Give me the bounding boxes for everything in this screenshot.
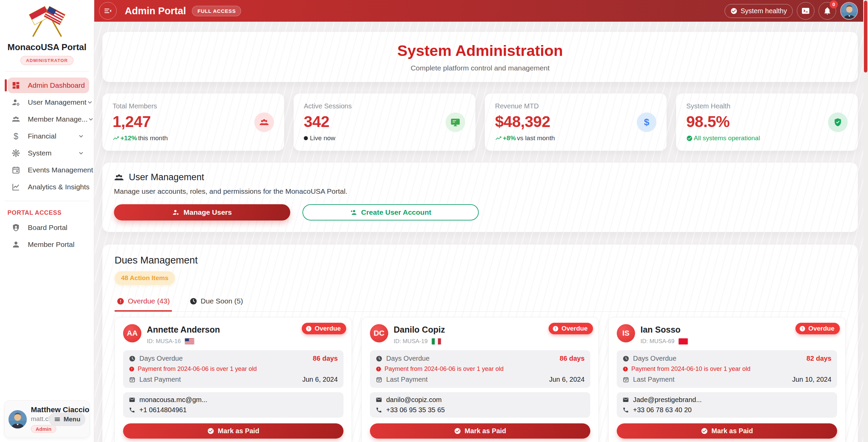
sidebar-collapse-button[interactable]	[99, 2, 117, 20]
divider	[5, 201, 89, 201]
us-flag-icon	[185, 338, 194, 344]
stat-card-system-health: System Health 98.5% All systems operatio…	[676, 93, 858, 151]
member-card: Overdue AA Annette Anderson ID: MUSA-16	[115, 317, 352, 442]
dashboard-icon	[12, 81, 20, 90]
calendar-icon	[12, 166, 20, 174]
avatar: IS	[617, 324, 635, 342]
stat-value: 1,247	[113, 112, 274, 131]
top-header: Admin Portal FULL ACCESS System healthy …	[94, 0, 868, 22]
dues-info-box: Days Overdue 82 days Payment from 2024-0…	[617, 350, 837, 388]
admin-badge: Admin	[31, 425, 56, 433]
monaco-flag-icon	[678, 338, 688, 344]
tab-overdue[interactable]: Overdue (43)	[115, 295, 172, 312]
mail-icon	[376, 397, 382, 403]
main-content: System Administration Complete platform …	[94, 22, 863, 442]
user-name: Matthew Ciaccio	[31, 405, 49, 414]
hero-banner: System Administration Complete platform …	[102, 32, 858, 82]
tab-due-soon[interactable]: Due Soon (5)	[188, 295, 245, 312]
dues-info-box: Days Overdue 86 days Payment from 2024-0…	[370, 350, 590, 388]
last-payment-value: Jun 6, 2024	[549, 376, 585, 383]
stat-change-suffix: this month	[138, 134, 168, 142]
trend-up-icon	[113, 135, 119, 142]
vertical-scrollbar	[863, 0, 868, 442]
sidebar-item-financial[interactable]: $ Financial	[7, 128, 89, 144]
stat-label: System Health	[686, 102, 848, 110]
trend-up-icon	[495, 135, 502, 142]
days-overdue-label: Days Overdue	[633, 355, 676, 362]
sidebar: MonacoUSA Portal ADMINISTRATOR Admin Das…	[0, 0, 94, 442]
chevron-down-icon	[78, 150, 84, 156]
member-card: Overdue DC Danilo Copiz ID: MUSA-19	[361, 317, 599, 442]
shield-person-icon	[12, 223, 20, 232]
mail-icon	[129, 397, 135, 403]
stat-value: 98.5%	[686, 112, 848, 131]
last-payment-value: Jun 10, 2024	[792, 376, 831, 383]
member-email: Jade@prestigebrand...	[633, 396, 702, 404]
user-gear-icon	[172, 209, 180, 216]
user-management-description: Manage user accounts, roles, and permiss…	[114, 187, 846, 195]
mark-as-paid-button[interactable]: Mark as Paid	[617, 423, 837, 439]
tab-overdue-label: Overdue (43)	[128, 297, 170, 305]
check-circle-icon	[730, 7, 737, 15]
menu-button-label: Menu	[63, 416, 80, 423]
header-avatar[interactable]	[840, 2, 858, 20]
stats-row: Total Members 1,247 +12% this month Acti…	[102, 93, 858, 151]
sidebar-item-user-management[interactable]: User Management	[7, 94, 89, 110]
mark-as-paid-button[interactable]: Mark as Paid	[123, 423, 343, 439]
create-user-account-button[interactable]: Create User Account	[302, 204, 479, 220]
sidebar-item-board-portal[interactable]: Board Portal	[7, 220, 89, 235]
member-card-grid: Overdue AA Annette Anderson ID: MUSA-16	[115, 317, 846, 442]
sidebar-item-label: Member Manage...	[28, 115, 87, 123]
dollar-icon: $	[637, 112, 656, 132]
last-payment-label: Last Payment	[386, 376, 428, 383]
system-health-chip[interactable]: System healthy	[725, 4, 793, 18]
dues-title: Dues Management	[115, 255, 846, 266]
mark-as-paid-button[interactable]: Mark as Paid	[370, 423, 590, 439]
live-dot	[304, 136, 308, 140]
stat-card-total-members: Total Members 1,247 +12% this month	[102, 93, 284, 151]
create-user-account-label: Create User Account	[361, 208, 431, 216]
member-id: ID: MUSA-16	[147, 338, 181, 345]
person-add-icon	[350, 209, 357, 216]
sidebar-item-analytics[interactable]: Analytics & Insights	[7, 179, 89, 195]
sidebar-item-label: Analytics & Insights	[28, 183, 90, 191]
stat-value: $48,392	[495, 112, 656, 131]
terminal-button[interactable]	[797, 2, 814, 20]
error-icon	[552, 325, 559, 332]
sidebar-item-admin-dashboard[interactable]: Admin Dashboard	[7, 78, 89, 93]
sidebar-item-events-management[interactable]: Events Management	[7, 162, 89, 178]
sidebar-item-member-management[interactable]: Member Manage...	[7, 111, 89, 127]
sidebar-item-label: Financial	[28, 132, 56, 140]
sidebar-item-system[interactable]: System	[7, 145, 89, 161]
portal-access-label: PORTAL ACCESS	[7, 209, 94, 216]
stat-change-suffix: Live now	[310, 134, 335, 142]
clock-icon	[376, 355, 382, 362]
check-circle-icon	[686, 135, 693, 142]
sidebar-item-label: Member Portal	[28, 240, 75, 249]
monitor-icon	[446, 112, 465, 132]
sidebar-item-member-portal[interactable]: Member Portal	[7, 237, 89, 252]
terminal-icon	[801, 6, 810, 15]
user-management-title: User Management	[129, 172, 204, 183]
stat-change: +8%	[503, 134, 516, 142]
crossed-flags-logo	[25, 5, 69, 39]
stat-label: Revenue MTD	[495, 102, 656, 110]
sidebar-item-label: System	[28, 149, 52, 157]
clock-icon	[623, 355, 629, 362]
divider	[5, 71, 89, 71]
dues-tabs: Overdue (43) Due Soon (5)	[115, 295, 846, 312]
user-menu-button[interactable]: Menu	[49, 413, 85, 426]
member-card: Overdue IS Ian Sosso ID: MUSA-69	[608, 317, 846, 442]
people-icon	[254, 112, 274, 132]
payment-warning: Payment from 2024-06-06 is over 1 year o…	[384, 365, 504, 373]
scrollbar-thumb[interactable]	[864, 1, 867, 72]
manage-users-button[interactable]: Manage Users	[114, 204, 290, 220]
hamburger-icon	[54, 416, 61, 423]
gear-icon	[12, 149, 20, 157]
payment-warning: Payment from 2024-06-06 is over 1 year o…	[138, 365, 257, 373]
phone-icon	[623, 407, 629, 413]
tab-due-soon-label: Due Soon (5)	[201, 297, 243, 305]
days-overdue-value: 86 days	[313, 355, 338, 362]
member-phone: +33 06 78 63 40 20	[633, 406, 692, 414]
days-overdue-label: Days Overdue	[139, 355, 183, 362]
